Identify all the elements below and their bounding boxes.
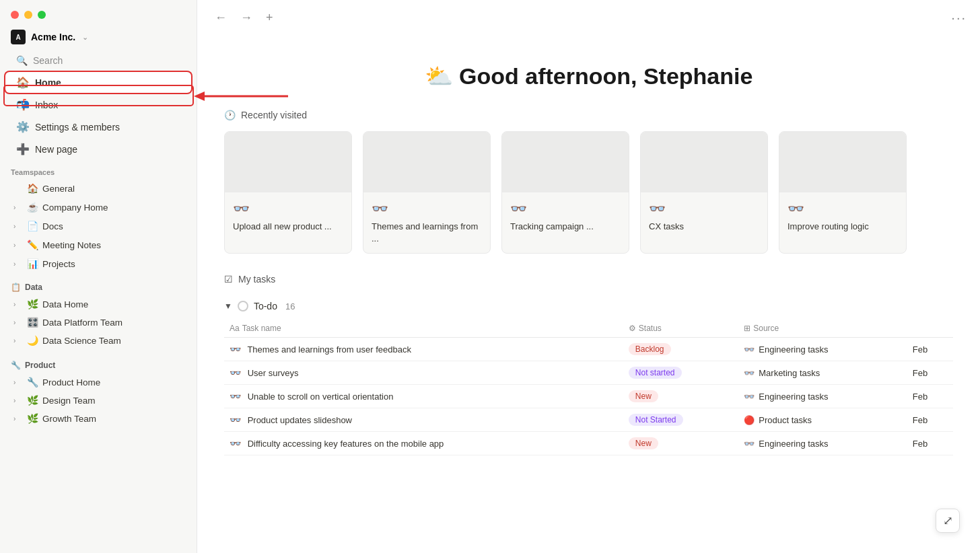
topbar-navigation: ← → +: [211, 8, 277, 28]
data-home-label: Data Home: [42, 299, 88, 309]
card-thumbnail: [363, 132, 490, 192]
card-tracking-campaign[interactable]: 👓 Tracking campaign ...: [501, 131, 629, 254]
status-badge: Not Started: [629, 414, 683, 426]
sidebar-item-growth-team[interactable]: › 🌿 Growth Team: [5, 410, 191, 427]
source-icon: 👓: [744, 368, 755, 378]
task-name-cell: 👓 User surveys: [224, 361, 623, 385]
docs-label: Docs: [42, 221, 63, 231]
nav-item-inbox[interactable]: 📬 Inbox: [5, 94, 191, 115]
checkbox-icon: ☑: [224, 274, 233, 285]
source-icon: 👓: [744, 439, 755, 449]
growth-team-label: Growth Team: [42, 414, 96, 424]
card-title: Upload all new product ...: [233, 221, 343, 233]
nav-item-home[interactable]: 🏠 Home: [5, 72, 191, 93]
card-cx-tasks[interactable]: 👓 CX tasks: [640, 131, 768, 254]
home-icon: 🏠: [16, 76, 30, 89]
task-name: User surveys: [248, 368, 299, 378]
task-date-cell: Feb: [907, 338, 953, 361]
product-icon: 🔧: [11, 361, 21, 370]
maximize-button[interactable]: [38, 11, 46, 19]
sidebar-item-data-science-team[interactable]: › 🌙 Data Science Team: [5, 332, 191, 349]
teamspaces-label: Teamspaces: [0, 160, 197, 179]
sidebar-item-data-platform-team[interactable]: › 🎛️ Data Platform Team: [5, 314, 191, 331]
add-page-button[interactable]: +: [262, 8, 277, 28]
table-row[interactable]: 👓 User surveys Not started 👓 Marketing t…: [224, 361, 953, 385]
card-improve-routing[interactable]: 👓 Improve routing logic: [779, 131, 907, 254]
company-home-icon: ☕: [27, 202, 38, 213]
greeting-text: ⛅ Good afternoon, Stephanie: [211, 63, 967, 89]
fab-button[interactable]: ⤢: [936, 509, 960, 533]
product-home-label: Product Home: [42, 377, 100, 388]
chevron-right-icon: ›: [13, 415, 23, 422]
nav-label-new-page: New page: [35, 144, 77, 155]
table-row[interactable]: 👓 Difficulty accessing key features on t…: [224, 432, 953, 455]
status-badge: Backlog: [629, 343, 671, 355]
more-options-button[interactable]: ···: [951, 10, 967, 26]
table-row[interactable]: 👓 Product updates slideshow Not Started …: [224, 408, 953, 432]
company-home-label: Company Home: [42, 202, 108, 213]
source-label: Engineering tasks: [759, 392, 828, 402]
chevron-right-icon: ›: [13, 242, 23, 249]
workspace-selector[interactable]: A Acme Inc. ⌄: [0, 24, 197, 50]
data-icon: 📋: [11, 283, 21, 292]
table-row[interactable]: 👓 Unable to scroll on vertical orientati…: [224, 385, 953, 408]
recently-visited-label: Recently visited: [241, 110, 307, 120]
nav-label-home: Home: [35, 77, 61, 88]
task-name-cell: 👓 Unable to scroll on vertical orientati…: [224, 385, 623, 408]
task-date-cell: Feb: [907, 385, 953, 408]
back-button[interactable]: ←: [211, 8, 231, 28]
card-upload-product[interactable]: 👓 Upload all new product ...: [224, 131, 352, 254]
recently-visited-cards: 👓 Upload all new product ... 👓 Themes an…: [197, 131, 980, 254]
source-icon: 👓: [744, 344, 755, 355]
task-icon: 👓: [230, 344, 241, 355]
todo-header[interactable]: ▼ To-do 16: [224, 295, 953, 317]
col-header-date: [907, 320, 953, 338]
close-button[interactable]: [11, 11, 19, 19]
tasks-section: ☑ My tasks ▼ To-do 16 Aa Task name: [197, 274, 980, 455]
nav-label-settings: Settings & members: [35, 122, 120, 133]
card-title: Tracking campaign ...: [510, 221, 621, 233]
sidebar-item-meeting-notes[interactable]: › ✏️ Meeting Notes: [5, 236, 191, 254]
search-label: Search: [33, 55, 63, 66]
sidebar-item-projects[interactable]: › 📊 Projects: [5, 255, 191, 272]
task-status-cell: New: [623, 385, 738, 408]
card-title: CX tasks: [649, 221, 759, 233]
source-col-icon: ⊞: [744, 324, 750, 333]
sidebar-item-company-home[interactable]: › ☕ Company Home: [5, 198, 191, 216]
data-home-icon: 🌿: [27, 299, 38, 309]
source-label: Engineering tasks: [759, 439, 828, 449]
table-row[interactable]: 👓 Themes and learnings from user feedbac…: [224, 338, 953, 361]
search-bar[interactable]: 🔍 Search: [5, 51, 191, 70]
expand-icon: ⤢: [943, 513, 953, 528]
task-date-cell: Feb: [907, 361, 953, 385]
sidebar-item-data-home[interactable]: › 🌿 Data Home: [5, 295, 191, 313]
card-themes-learnings[interactable]: 👓 Themes and learnings from ...: [363, 131, 491, 254]
general-label: General: [42, 184, 75, 194]
sidebar-item-docs[interactable]: › 📄 Docs: [5, 217, 191, 235]
search-icon: 🔍: [16, 55, 28, 66]
sidebar-item-general[interactable]: 🏠 General: [5, 180, 191, 197]
col-header-task-name: Aa Task name: [224, 320, 623, 338]
nav-item-settings[interactable]: ⚙️ Settings & members: [5, 116, 191, 137]
source-label: Product tasks: [759, 415, 812, 425]
todo-count: 16: [285, 301, 295, 311]
col-header-status: ⚙ Status: [623, 320, 738, 338]
card-thumbnail: [225, 132, 351, 192]
data-science-icon: 🌙: [27, 335, 38, 346]
card-thumbnail: [502, 132, 629, 192]
task-name: Themes and learnings from user feedback: [247, 344, 411, 355]
nav-item-new-page[interactable]: ➕ New page: [5, 139, 191, 159]
nav-label-inbox: Inbox: [35, 100, 58, 110]
sidebar-item-product-home[interactable]: › 🔧 Product Home: [5, 373, 191, 391]
status-badge: Not started: [629, 367, 682, 379]
task-icon: 👓: [230, 438, 241, 449]
minimize-button[interactable]: [24, 11, 32, 19]
forward-button[interactable]: →: [236, 8, 256, 28]
task-icon: 👓: [230, 391, 241, 402]
task-status-cell: Not started: [623, 361, 738, 385]
card-icon: 👓: [788, 200, 898, 217]
card-icon: 👓: [510, 200, 621, 217]
sidebar-item-design-team[interactable]: › 🌿 Design Team: [5, 392, 191, 409]
task-date-cell: Feb: [907, 432, 953, 455]
todo-chevron-icon: ▼: [224, 301, 232, 311]
